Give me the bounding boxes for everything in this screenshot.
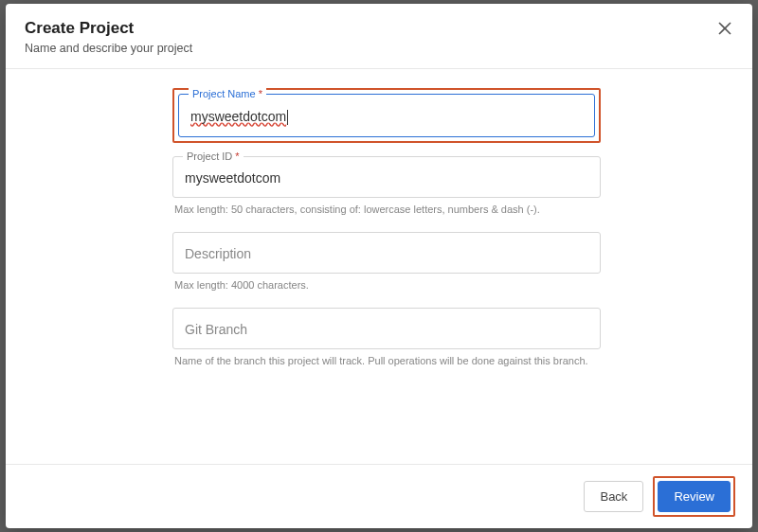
description-field-wrap: Max length: 4000 characters. bbox=[172, 232, 601, 291]
required-indicator: * bbox=[259, 88, 262, 99]
close-button[interactable] bbox=[716, 21, 733, 38]
project-name-label: Project Name * bbox=[189, 88, 266, 99]
git-branch-helper: Name of the branch this project will tra… bbox=[172, 355, 601, 366]
required-indicator: * bbox=[235, 151, 239, 162]
project-id-input[interactable] bbox=[173, 157, 600, 197]
project-id-helper: Max length: 50 characters, consisting of… bbox=[172, 204, 601, 215]
project-id-label-text: Project ID bbox=[187, 151, 232, 162]
create-project-modal: Create Project Name and describe your pr… bbox=[6, 4, 752, 528]
modal-title: Create Project bbox=[25, 19, 733, 38]
git-branch-input[interactable] bbox=[173, 309, 600, 348]
modal-body: Project Name * mysweetdotcom Project ID … bbox=[6, 69, 752, 464]
project-name-label-text: Project Name bbox=[192, 88, 256, 99]
git-branch-field-wrap: Name of the branch this project will tra… bbox=[172, 308, 601, 366]
project-name-value: mysweetdotcom bbox=[190, 109, 286, 124]
modal-footer: Back Review bbox=[6, 464, 752, 528]
close-icon bbox=[718, 22, 731, 38]
project-id-label: Project ID * bbox=[183, 151, 244, 162]
review-button-highlight: Review bbox=[653, 476, 735, 517]
description-helper: Max length: 4000 characters. bbox=[172, 279, 601, 291]
modal-subtitle: Name and describe your project bbox=[25, 42, 733, 55]
project-name-field[interactable]: Project Name * mysweetdotcom bbox=[178, 94, 595, 137]
project-id-field[interactable]: Project ID * bbox=[172, 156, 601, 198]
review-button[interactable]: Review bbox=[658, 481, 731, 512]
project-id-field-wrap: Project ID * Max length: 50 characters, … bbox=[172, 156, 601, 215]
form-column: Project Name * mysweetdotcom Project ID … bbox=[172, 88, 601, 366]
modal-header: Create Project Name and describe your pr… bbox=[6, 4, 752, 69]
git-branch-field[interactable] bbox=[172, 308, 601, 349]
project-name-field-wrap: Project Name * mysweetdotcom bbox=[172, 88, 601, 143]
back-button[interactable]: Back bbox=[584, 481, 643, 512]
description-field[interactable] bbox=[172, 232, 601, 274]
project-name-input[interactable]: mysweetdotcom bbox=[179, 95, 594, 136]
text-caret bbox=[287, 110, 288, 125]
description-input[interactable] bbox=[173, 233, 600, 273]
